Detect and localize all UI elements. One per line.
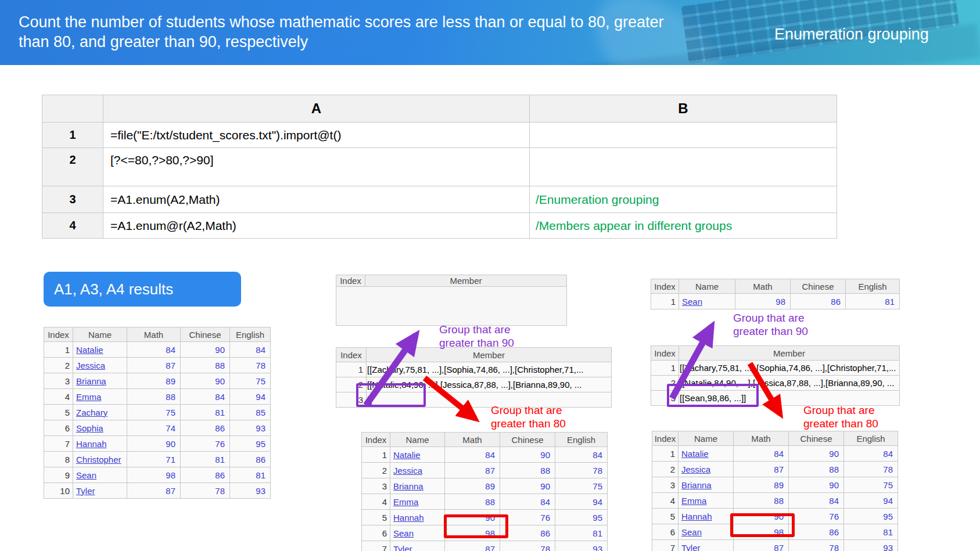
name-link[interactable]: Tyler [679,540,734,551]
score-cell: 75 [555,478,608,494]
column-header-a[interactable]: A [103,95,530,123]
name-link[interactable]: Natalie [679,446,734,462]
score-cell: 88 [734,493,789,509]
name-link[interactable]: Hannah [679,509,734,524]
index-cell: 2 [336,377,367,392]
cell-b3[interactable]: /Enumeration grouping [530,186,837,213]
score-cell: 78 [844,462,898,477]
index-cell: 3 [652,477,679,493]
name-link[interactable]: Jessica [73,358,127,373]
row-number[interactable]: 4 [42,213,103,239]
score-cell: 75 [844,477,898,493]
score-cell: 90 [500,447,555,463]
column-header: Math [127,327,181,342]
name-link[interactable]: Natalie [73,342,127,358]
cell-a4[interactable]: =A1.enum@r(A2,Math) [103,213,530,239]
column-header: Math [734,431,789,446]
name-link[interactable]: Brianna [73,373,127,389]
member-cell[interactable]: [[Zachary,75,81, ...],[Sophia,74,86, ...… [367,362,612,377]
column-header: Index [362,433,390,447]
name-link[interactable]: Emma [390,494,445,510]
name-link[interactable]: Jessica [390,463,445,478]
name-link[interactable]: Emma [73,389,127,405]
table-row: 7Tyler877893 [362,541,608,551]
member-cell[interactable]: [] [367,392,612,408]
name-link[interactable]: Sean [73,467,127,483]
corner-cell[interactable] [42,95,103,123]
score-cell: 86 [791,294,846,309]
column-header: Index [651,279,679,294]
table-row: 1[[Zachary,75,81, ...],[Sophia,74,86, ..… [651,361,900,376]
column-header: Index [652,431,679,446]
score-cell: 89 [445,478,500,494]
row-number[interactable]: 2 [42,148,103,186]
index-cell: 2 [362,463,390,478]
cell-a2[interactable]: [?<=80,?>80,?>90] [103,148,530,186]
name-link[interactable]: Sean [679,524,734,540]
empty-result-area [336,287,567,326]
students-table: IndexNameMathChineseEnglish1Natalie84908… [44,327,271,499]
name-link[interactable]: Natalie [390,447,445,463]
score-cell: 81 [181,452,230,467]
name-link[interactable]: Brianna [679,477,734,493]
row-number[interactable]: 1 [42,123,103,148]
column-header: Name [679,279,735,294]
index-cell: 1 [651,361,679,376]
score-cell: 88 [789,462,844,477]
score-cell: 81 [230,467,271,483]
cell-b2[interactable] [530,148,837,186]
table-row: 3Brianna899075 [652,477,898,493]
score-cell: 88 [127,389,181,405]
index-cell: 2 [44,358,73,373]
index-cell: 8 [44,452,73,467]
name-link[interactable]: Sophia [73,420,127,436]
results-button[interactable]: A1, A3, A4 results [44,272,241,307]
column-header: English [230,327,271,342]
index-cell: 5 [44,405,73,420]
score-cell: 95 [555,510,608,525]
score-cell: 78 [555,463,608,478]
score-cell: 84 [734,446,789,462]
score-cell: 87 [734,462,789,477]
score-cell: 86 [181,467,230,483]
name-link[interactable]: Hannah [390,510,445,525]
member-cell[interactable]: [[Natalie,84,90, ...],[Jessica,87,88, ..… [367,377,612,392]
score-cell: 81 [555,525,608,541]
row-number[interactable]: 3 [42,186,103,213]
member-cell[interactable]: [[Zachary,75,81, ...],[Sophia,74,86, ...… [679,361,900,376]
name-link[interactable]: Sean [679,294,735,309]
name-link[interactable]: Sean [390,525,445,541]
column-header-b[interactable]: B [530,95,837,123]
cell-b4[interactable]: /Members appear in different groups [530,213,837,239]
score-cell: 76 [789,509,844,524]
index-cell: 7 [44,436,73,452]
cell-a1[interactable]: =file("E:/txt/student_scores.txt").impor… [103,123,530,148]
column-header: Math [735,279,791,294]
cell-a3[interactable]: =A1.enum(A2,Math) [103,186,530,213]
gt90-annotation-mid: Group that are greater than 90 [439,323,514,350]
score-cell: 89 [127,373,181,389]
column-header: Chinese [181,327,230,342]
score-cell: 74 [127,420,181,436]
cell-b1[interactable] [530,123,837,148]
name-link[interactable]: Tyler [390,541,445,551]
name-link[interactable]: Tyler [73,483,127,499]
name-link[interactable]: Zachary [73,405,127,420]
table-row: 3[] [336,392,612,408]
score-cell: 88 [500,463,555,478]
gt80-annotation-right: Group that are greater than 80 [803,404,878,430]
score-cell: 90 [789,477,844,493]
table-row: 4Emma888494 [362,494,608,510]
name-link[interactable]: Jessica [679,462,734,477]
score-cell: 90 [181,373,230,389]
name-link[interactable]: Christopher [73,452,127,467]
name-link[interactable]: Brianna [390,478,445,494]
name-link[interactable]: Hannah [73,436,127,452]
index-cell: 5 [362,510,390,525]
member-cell[interactable]: [[Natalie,84,90, ...],[Jessica,87,88, ..… [679,376,900,391]
name-link[interactable]: Emma [679,493,734,509]
score-cell: 84 [181,389,230,405]
column-header: English [555,433,608,447]
index-cell: 6 [44,420,73,436]
column-header: Member [367,348,612,362]
